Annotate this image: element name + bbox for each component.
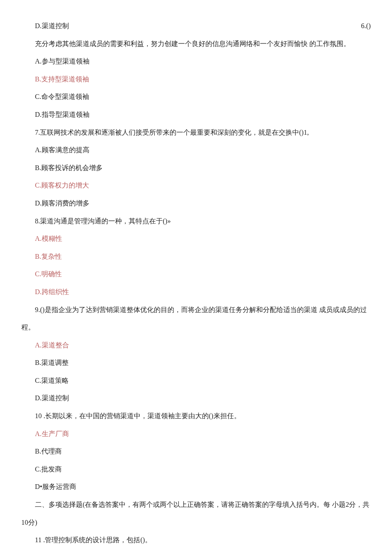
q11-stem: 11 .管理控制系统的设计思路，包括()。 <box>21 531 371 549</box>
q8-option-c: C.明确性 <box>21 265 371 283</box>
q8-stem: 8.渠道沟通是管理沟通的一种，其特点在于()» <box>21 212 371 230</box>
q7-option-b: B.顾客投诉的机会增多 <box>21 159 371 177</box>
q8-option-b: B.复杂性 <box>21 248 371 266</box>
q5-option-d: D.渠道控制 <box>21 17 69 35</box>
q8-option-a: A.模糊性 <box>21 230 371 248</box>
q7-option-d: D.顾客消费的增多 <box>21 194 371 212</box>
q9-option-c: C.渠道策略 <box>21 372 371 390</box>
q10-option-c: C.批发商 <box>21 460 371 478</box>
q7-option-c: C.顾客权力的增大 <box>21 176 371 194</box>
q6-option-c: C.命令型渠道领袖 <box>21 88 371 106</box>
q9-stem: 9.()是指企业为了达到营销渠道整体优化的目的，而将企业的渠道任务分解和分配给适… <box>21 301 371 336</box>
q6-number: 6.() <box>347 17 371 35</box>
first-row: D.渠道控制 6.() <box>21 17 371 35</box>
section-2-heading: 二、多项选择题(在备选答案中，有两个或两个以上正确答案，请将正确答案的字母填入括… <box>21 496 371 531</box>
q9-option-d: D.渠道控制 <box>21 389 371 407</box>
q9-option-b: B.渠道调整 <box>21 354 371 372</box>
q10-stem: 10 .长期以来，在中国的营销渠道中，渠道领袖主要由大的()来担任。 <box>21 407 371 425</box>
q10-option-b: B.代理商 <box>21 442 371 460</box>
q8-option-d: D.跨组织性 <box>21 283 371 301</box>
q9-option-a: A.渠道整合 <box>21 336 371 354</box>
q6-option-d: D.指导型渠道领袖 <box>21 106 371 124</box>
q7-stem: 7.互联网技术的发展和逐渐被人们接受所带来的一个最重要和深刻的变化，就是在交换中… <box>21 124 371 142</box>
q10-option-a: A.生产厂商 <box>21 425 371 443</box>
q6-option-b: B.支持型渠道领袖 <box>21 70 371 88</box>
q10-option-d: D•服务运营商 <box>21 478 371 496</box>
q6-stem-continuation: 充分考虑其他渠道成员的需要和利益，努力创建一个良好的信息沟通网络和一个友好而愉快… <box>21 35 371 53</box>
q7-option-a: A.顾客满意的提高 <box>21 141 371 159</box>
q6-option-a: A.参与型渠道领袖 <box>21 52 371 70</box>
